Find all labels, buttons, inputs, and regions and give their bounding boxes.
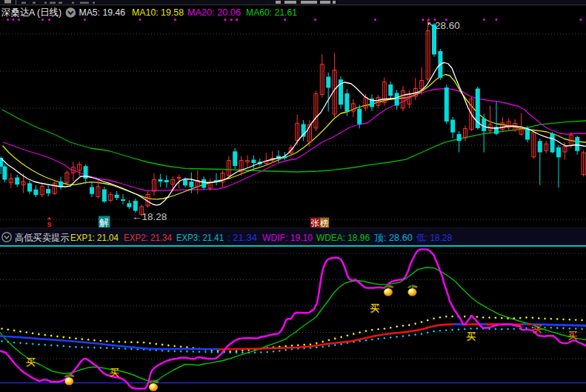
- svg-text:s: s: [47, 219, 52, 228]
- svg-text:深桑达A (日线): 深桑达A (日线): [1, 7, 61, 18]
- svg-text:高低买卖提示: 高低买卖提示: [15, 233, 70, 243]
- svg-text:EXP1: 21.04: EXP1: 21.04: [70, 233, 119, 243]
- svg-text:买: 买: [567, 330, 577, 341]
- svg-text:买: 买: [370, 302, 379, 313]
- svg-text:顶: 28.60: 顶: 28.60: [374, 233, 413, 243]
- svg-text:榜: 榜: [320, 219, 329, 227]
- svg-text:买: 买: [110, 367, 119, 378]
- svg-text:MA10: 19.58: MA10: 19.58: [132, 7, 184, 18]
- svg-text:买: 买: [466, 330, 476, 342]
- svg-text:: 21.34: : 21.34: [227, 233, 257, 243]
- svg-text:←18.28: ←18.28: [132, 211, 167, 222]
- svg-text:MA20: 20.06: MA20: 20.06: [187, 7, 241, 18]
- svg-text:买: 买: [532, 323, 542, 334]
- svg-text:MA5: 19.46: MA5: 19.46: [79, 7, 126, 18]
- svg-text:EXP3: 21.41: EXP3: 21.41: [176, 233, 224, 243]
- svg-text:买: 买: [26, 356, 36, 368]
- svg-text:EXP2: 21.34: EXP2: 21.34: [124, 233, 172, 243]
- svg-text:28.60: 28.60: [435, 20, 460, 31]
- svg-text:低: 18.28: 低: 18.28: [416, 233, 452, 243]
- svg-text:WDEA: 18.96: WDEA: 18.96: [316, 233, 370, 243]
- svg-text:张: 张: [311, 219, 320, 227]
- svg-text:MA60: 21.61: MA60: 21.61: [246, 7, 297, 18]
- svg-text:WDIF: 19.10: WDIF: 19.10: [262, 233, 313, 243]
- svg-text:解: 解: [99, 217, 109, 228]
